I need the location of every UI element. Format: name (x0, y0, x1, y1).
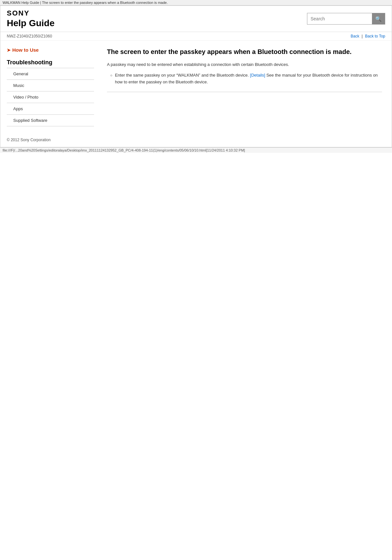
sidebar-item-video-photo[interactable]: Video / Photo (7, 91, 94, 103)
page-title-bar: WALKMAN Help Guide | The screen to enter… (3, 1, 168, 5)
content-area: ➤ How to Use Troubleshooting General Mus… (0, 41, 392, 133)
list-item: Enter the same passkey on your “WALKMAN”… (110, 72, 382, 86)
back-link[interactable]: Back (351, 34, 359, 38)
search-area: 🔍 (307, 13, 385, 25)
status-bar-text: file:///F|/...20and%20Settings/editorala… (3, 148, 245, 152)
header: SONY Help Guide 🔍 (0, 6, 392, 32)
help-guide-title: Help Guide (7, 18, 55, 28)
nav-separator: | (362, 34, 363, 38)
article-divider (107, 92, 382, 92)
article-body: A passkey may need to be entered when es… (107, 61, 382, 85)
sidebar-item-music[interactable]: Music (7, 80, 94, 91)
how-to-use-link[interactable]: ➤ How to Use (7, 47, 94, 53)
troubleshooting-heading: Troubleshooting (7, 59, 94, 68)
nav-links: Back | Back to Top (351, 34, 385, 38)
model-number: NWZ-Z1040/Z1050/Z1060 (7, 34, 52, 38)
copyright-text: © 2012 Sony Corporation (7, 138, 51, 142)
sony-logo: SONY (7, 9, 55, 17)
browser-title-bar: WALKMAN Help Guide | The screen to enter… (0, 0, 392, 5)
sidebar-divider-5 (7, 126, 94, 126)
article-title: The screen to enter the passkey appears … (107, 47, 382, 56)
nav-bar: NWZ-Z1040/Z1050/Z1060 Back | Back to Top (0, 32, 392, 41)
chevron-right-icon: ➤ (7, 48, 11, 53)
how-to-use-label: How to Use (12, 47, 39, 53)
copyright: © 2012 Sony Corporation (0, 133, 392, 147)
details-link[interactable]: [Details] (250, 73, 265, 78)
sidebar-item-apps[interactable]: Apps (7, 103, 94, 114)
list-item-text: Enter the same passkey on your “WALKMAN”… (115, 72, 382, 86)
sidebar-item-general[interactable]: General (7, 68, 94, 79)
article-intro: A passkey may need to be entered when es… (107, 61, 382, 68)
article-list: Enter the same passkey on your “WALKMAN”… (107, 72, 382, 86)
search-button[interactable]: 🔍 (372, 13, 385, 24)
status-bar: file:///F|/...20and%20Settings/editorala… (0, 147, 392, 153)
main-content: The screen to enter the passkey appears … (97, 41, 392, 133)
search-icon: 🔍 (375, 16, 382, 22)
main-wrapper: SONY Help Guide 🔍 NWZ-Z1040/Z1050/Z1060 … (0, 5, 392, 147)
back-to-top-link[interactable]: Back to Top (365, 34, 385, 38)
search-input[interactable] (307, 14, 372, 23)
sidebar-item-supplied-software[interactable]: Supplied Software (7, 115, 94, 126)
header-left: SONY Help Guide (7, 9, 55, 28)
sidebar: ➤ How to Use Troubleshooting General Mus… (0, 41, 97, 133)
